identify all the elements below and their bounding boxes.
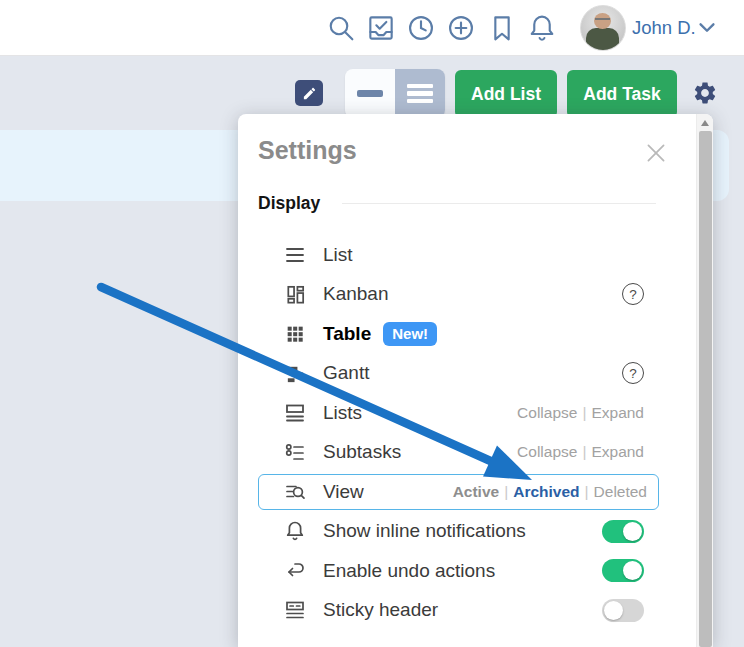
filter-deleted-link[interactable]: Deleted — [594, 483, 647, 501]
expand-link[interactable]: Expand — [591, 404, 644, 422]
minus-view-icon[interactable] — [345, 69, 395, 118]
row-label: Gantt — [323, 362, 369, 384]
section-divider — [342, 203, 656, 204]
recent-icon[interactable] — [405, 12, 437, 44]
separator: | — [585, 483, 589, 501]
collapse-link[interactable]: Collapse — [517, 404, 577, 422]
settings-rows: List Kanban ? — [258, 235, 658, 630]
separator: | — [582, 443, 586, 461]
row-label: View — [323, 481, 364, 503]
tasks-inbox-icon[interactable] — [365, 12, 397, 44]
row-label: Table — [323, 323, 371, 345]
help-icon[interactable]: ? — [622, 283, 644, 305]
new-badge: New! — [383, 322, 437, 346]
row-label: List — [323, 244, 353, 266]
kanban-icon — [282, 281, 308, 307]
add-task-button[interactable]: Add Task — [567, 70, 677, 118]
row-label: Kanban — [323, 283, 389, 305]
notifications-bell-icon[interactable] — [526, 12, 558, 44]
settings-panel: Settings Display List — [238, 114, 713, 647]
gantt-icon — [282, 360, 308, 386]
row-label: Enable undo actions — [323, 560, 495, 582]
panel-scrollbar[interactable] — [696, 114, 713, 647]
expand-link[interactable]: Expand — [591, 443, 644, 461]
table-icon — [282, 321, 308, 347]
settings-row-subtasks[interactable]: Subtasks Collapse | Expand — [258, 433, 658, 473]
sticky-header-icon — [282, 597, 308, 623]
subtasks-icon — [282, 439, 308, 465]
avatar[interactable] — [580, 5, 626, 51]
list-icon — [282, 242, 308, 268]
filter-archived-link[interactable]: Archived — [513, 483, 579, 501]
scrollbar-thumb[interactable] — [699, 131, 712, 647]
search-icon[interactable] — [325, 12, 357, 44]
row-label: Sticky header — [323, 599, 438, 621]
sticky-header-toggle[interactable] — [602, 599, 644, 622]
undo-actions-toggle[interactable] — [602, 559, 644, 582]
lists-icon — [282, 400, 308, 426]
close-icon[interactable] — [643, 140, 669, 166]
settings-row-kanban[interactable]: Kanban ? — [258, 275, 658, 315]
settings-row-gantt[interactable]: Gantt ? — [258, 354, 658, 394]
settings-row-view[interactable]: View Active | Archived | Deleted — [258, 472, 658, 512]
scroll-up-icon[interactable] — [697, 114, 713, 131]
view-search-icon — [282, 479, 308, 505]
add-icon[interactable] — [445, 12, 477, 44]
undo-icon — [282, 558, 308, 584]
main-content-area: Add List Add Task Settings Display List — [0, 55, 744, 647]
settings-row-lists[interactable]: Lists Collapse | Expand — [258, 393, 658, 433]
edit-pencil-icon[interactable] — [295, 80, 323, 106]
collapse-link[interactable]: Collapse — [517, 443, 577, 461]
settings-row-undo-actions: Enable undo actions — [258, 551, 658, 591]
settings-row-inline-notifications: Show inline notifications — [258, 512, 658, 552]
row-label: Lists — [323, 402, 362, 424]
separator: | — [582, 404, 586, 422]
add-list-button[interactable]: Add List — [455, 70, 557, 118]
list-view-icon[interactable] — [395, 69, 445, 118]
separator: | — [504, 483, 508, 501]
bookmark-icon[interactable] — [486, 12, 518, 44]
settings-row-table[interactable]: Table New! — [258, 314, 658, 354]
settings-row-list[interactable]: List — [258, 235, 658, 275]
gear-icon[interactable] — [692, 80, 718, 106]
user-menu-name[interactable]: John D. — [632, 17, 696, 39]
view-density-segmented-control — [345, 69, 445, 118]
row-label: Subtasks — [323, 441, 401, 463]
top-bar: John D. — [0, 0, 744, 56]
bell-icon — [282, 518, 308, 544]
user-chevron-down-icon[interactable] — [696, 20, 718, 36]
section-title-display: Display — [258, 193, 320, 214]
inline-notifications-toggle[interactable] — [602, 520, 644, 543]
page-title: Settings — [258, 136, 357, 165]
row-label: Show inline notifications — [323, 520, 526, 542]
help-icon[interactable]: ? — [622, 362, 644, 384]
filter-active-link[interactable]: Active — [453, 483, 500, 501]
settings-row-sticky-header: Sticky header — [258, 591, 658, 631]
